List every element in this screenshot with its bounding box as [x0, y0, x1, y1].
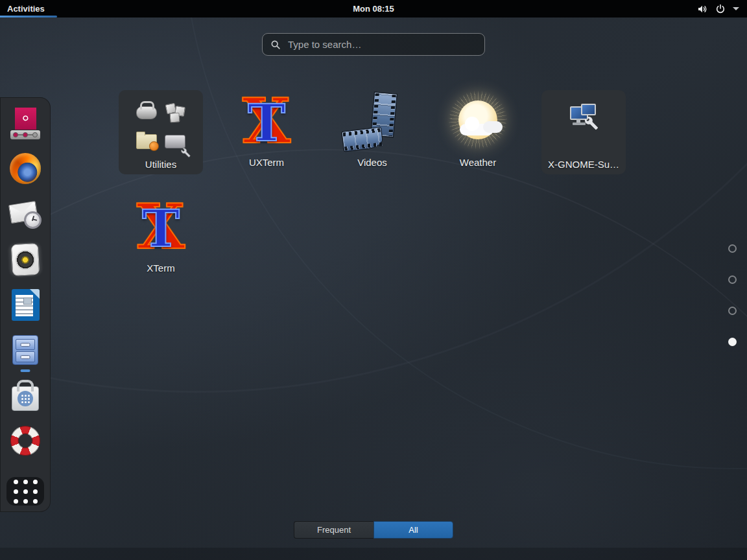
activities-label: Activities: [7, 4, 45, 14]
page-dot-3[interactable]: [728, 307, 737, 315]
app-label: Utilities: [121, 159, 200, 170]
debian-installer-icon: [10, 108, 40, 139]
evolution-mail-icon: [9, 199, 42, 229]
top-bar: Activities Mon 08:15: [0, 0, 747, 18]
app-label: UXTerm: [215, 157, 318, 168]
software-icon: [12, 386, 39, 411]
utilities-folder-icon: [134, 100, 188, 154]
dock-item-rhythmbox[interactable]: [7, 242, 43, 276]
page-indicator: [728, 244, 737, 346]
power-icon: [715, 4, 726, 14]
app-uxterm[interactable]: X T UXTerm: [224, 90, 309, 174]
mini-wrench-icon: [181, 148, 191, 158]
menu-caret-icon: [733, 7, 739, 10]
clock-button[interactable]: Mon 08:15: [353, 4, 394, 14]
app-label: XTerm: [110, 262, 212, 274]
frequent-button[interactable]: Frequent: [294, 521, 374, 539]
view-toggle: Frequent All: [294, 521, 453, 539]
mini-characters-icon: [164, 102, 186, 124]
wrench-icon: [584, 116, 599, 130]
app-videos[interactable]: Videos: [330, 90, 414, 174]
mini-folder-icon: [136, 134, 157, 149]
videos-icon: [341, 93, 403, 155]
show-applications-icon: [14, 480, 38, 504]
app-weather[interactable]: Weather: [436, 90, 520, 174]
wallpaper-curve: [182, 0, 747, 469]
dock-item-debian-installer[interactable]: [7, 106, 43, 140]
dock-item-help[interactable]: [7, 424, 43, 458]
activities-overview: Activities Mon 08:15: [0, 0, 747, 560]
rhythmbox-icon: [11, 242, 40, 275]
mini-disks-icon: [165, 135, 185, 148]
activities-button[interactable]: Activities: [0, 0, 52, 18]
running-indicator: [21, 369, 30, 372]
app-label: Videos: [321, 157, 423, 168]
show-applications-button[interactable]: [6, 477, 44, 506]
dash: [0, 97, 51, 512]
bottom-edge-strip: [0, 548, 747, 560]
activities-active-underline: [0, 16, 57, 18]
wallpaper-curve: [0, 0, 747, 393]
system-menu-button[interactable]: [693, 0, 743, 18]
dock-item-firefox[interactable]: [7, 152, 43, 185]
search-box[interactable]: [262, 33, 485, 56]
app-x-gnome-su[interactable]: X-GNOME-Su…: [541, 90, 626, 174]
help-icon: [10, 426, 40, 456]
dock-item-libreoffice-writer[interactable]: [7, 288, 43, 321]
app-label: Weather: [427, 157, 529, 168]
page-dot-2[interactable]: [728, 275, 737, 284]
xterm-icon: X T: [130, 198, 192, 261]
mini-archive-icon: [136, 106, 157, 119]
uxterm-icon: X T: [235, 93, 298, 155]
session-properties-icon: [570, 103, 597, 129]
search-icon: [270, 40, 281, 50]
page-dot-4-active[interactable]: [728, 338, 737, 346]
app-xterm[interactable]: X T XTerm: [119, 196, 203, 280]
all-button[interactable]: All: [374, 521, 453, 539]
app-label: X-GNOME-Su…: [544, 159, 623, 170]
volume-icon: [696, 4, 708, 14]
files-icon: [12, 335, 38, 365]
libreoffice-writer-icon: [12, 289, 40, 321]
page-dot-1[interactable]: [728, 244, 737, 253]
dock-item-software[interactable]: [7, 379, 43, 412]
app-folder-utilities[interactable]: Utilities: [119, 90, 203, 174]
weather-icon: [447, 93, 509, 155]
dock-item-evolution[interactable]: [7, 197, 43, 231]
wallpaper-curve: [0, 149, 747, 560]
search-input[interactable]: [287, 38, 477, 51]
firefox-icon: [10, 153, 41, 184]
dock-item-files[interactable]: [7, 333, 43, 367]
